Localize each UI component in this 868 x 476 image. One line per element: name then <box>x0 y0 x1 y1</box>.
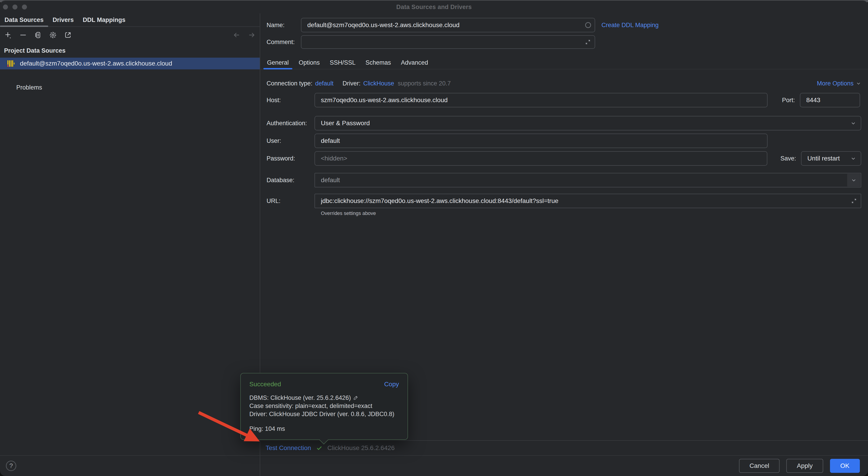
chevron-down-icon[interactable] <box>847 174 860 186</box>
chevron-down-icon <box>850 120 856 126</box>
progress-ring-icon <box>585 22 591 28</box>
tab-data-sources[interactable]: Data Sources <box>0 13 48 27</box>
url-field <box>314 194 861 208</box>
duplicate-icon[interactable] <box>33 31 42 39</box>
left-tab-bar: Data Sources Drivers DDL Mappings <box>0 13 260 27</box>
test-connection-bar: Test Connection ClickHouse 25.6.2.6426 <box>260 440 868 455</box>
popup-status: Succeeded <box>249 381 281 388</box>
connection-type-link[interactable]: default <box>315 80 334 87</box>
forward-arrow-icon[interactable] <box>247 31 256 39</box>
port-input[interactable] <box>800 97 860 104</box>
test-connection-link[interactable]: Test Connection <box>266 444 311 451</box>
tab-ssh-ssl[interactable]: SSH/SSL <box>325 56 361 69</box>
expand-icon[interactable] <box>585 39 591 45</box>
port-label: Port: <box>782 97 795 104</box>
authentication-label: Authentication: <box>267 120 314 127</box>
database-label: Database: <box>267 177 314 184</box>
title-bar: Data Sources and Drivers <box>0 1 868 13</box>
problems-item[interactable]: Problems <box>16 82 42 93</box>
host-label: Host: <box>267 97 314 104</box>
name-label: Name: <box>267 22 301 29</box>
password-input[interactable] <box>315 155 767 162</box>
left-panel: Data Sources Drivers DDL Mappings <box>0 13 260 455</box>
authentication-dropdown[interactable]: User & Password <box>314 116 861 130</box>
user-field <box>314 134 768 148</box>
chevron-down-icon <box>856 81 861 86</box>
gear-icon[interactable] <box>49 31 58 39</box>
url-input[interactable] <box>315 197 861 205</box>
expand-icon[interactable] <box>851 198 857 204</box>
driver-info: Driver: ClickHouse JDBC Driver (ver. 0.8… <box>249 410 394 418</box>
dbms-info: DBMS: ClickHouse (ver. 25.6.2.6426) <box>249 394 351 402</box>
save-dropdown[interactable]: Until restart <box>801 151 861 166</box>
add-icon[interactable] <box>4 31 13 39</box>
database-combobox[interactable]: default <box>314 173 861 188</box>
comment-input[interactable] <box>301 38 595 46</box>
driver-label: Driver: <box>343 80 361 87</box>
comment-field <box>301 35 595 49</box>
tab-options[interactable]: Options <box>294 56 325 69</box>
data-sources-dialog: Data Sources and Drivers Data Sources Dr… <box>0 0 868 476</box>
host-field <box>314 93 768 107</box>
settings-tab-bar: General Options SSH/SSL Schemas Advanced <box>260 56 868 69</box>
cancel-button[interactable]: Cancel <box>739 459 779 473</box>
ok-button[interactable]: OK <box>830 459 860 473</box>
comment-label: Comment: <box>267 39 301 46</box>
user-label: User: <box>267 137 314 144</box>
help-icon[interactable]: ? <box>6 461 16 471</box>
data-source-list-item-selected[interactable]: default@szm7oqed0o.us-west-2.aws.clickho… <box>0 58 260 69</box>
driver-note: supports since 20.7 <box>398 80 451 87</box>
test-connection-result-popup: Succeeded Copy DBMS: ClickHouse (ver. 25… <box>240 373 408 440</box>
driver-link[interactable]: ClickHouse <box>363 80 394 87</box>
screenshot-stage: Data Sources and Drivers Data Sources Dr… <box>0 0 868 476</box>
dialog-title: Data Sources and Drivers <box>0 1 868 13</box>
password-field <box>314 151 767 166</box>
tab-advanced[interactable]: Advanced <box>396 56 433 69</box>
url-label: URL: <box>267 198 314 205</box>
tab-schemas[interactable]: Schemas <box>361 56 396 69</box>
name-input[interactable] <box>301 22 595 29</box>
connection-type-label: Connection type: <box>267 80 312 87</box>
port-field <box>800 93 860 107</box>
url-note: Overrides settings above <box>321 210 376 216</box>
copy-link[interactable]: Copy <box>384 381 399 388</box>
user-input[interactable] <box>315 137 767 144</box>
ping-info: Ping: 104 ms <box>249 426 399 432</box>
connection-status-text: ClickHouse 25.6.2.6426 <box>328 444 395 451</box>
create-ddl-mapping-link[interactable]: Create DDL Mapping <box>601 22 659 29</box>
clickhouse-icon <box>7 60 14 67</box>
name-field <box>301 18 595 32</box>
open-in-new-icon[interactable] <box>63 31 72 39</box>
password-label: Password: <box>267 155 314 162</box>
project-data-sources-header: Project Data Sources <box>4 47 66 54</box>
apply-button[interactable]: Apply <box>786 459 823 473</box>
chevron-down-icon <box>850 156 856 161</box>
tab-ddl-mappings[interactable]: DDL Mappings <box>78 13 130 27</box>
case-sensitivity-info: Case sensitivity: plain=exact, delimited… <box>249 402 372 410</box>
success-check-icon <box>316 444 323 451</box>
tab-general[interactable]: General <box>262 56 294 69</box>
host-input[interactable] <box>315 97 767 104</box>
more-options-link[interactable]: More Options <box>817 80 861 87</box>
data-source-name: default@szm7oqed0o.us-west-2.aws.clickho… <box>20 60 172 67</box>
tab-drivers[interactable]: Drivers <box>48 13 78 27</box>
remove-icon[interactable] <box>19 31 28 39</box>
back-arrow-icon[interactable] <box>232 31 241 39</box>
save-label: Save: <box>780 155 796 162</box>
dialog-button-bar: ? Cancel Apply OK <box>0 455 868 476</box>
data-source-toolbar <box>0 27 260 43</box>
edit-pencil-icon[interactable] <box>353 395 359 401</box>
